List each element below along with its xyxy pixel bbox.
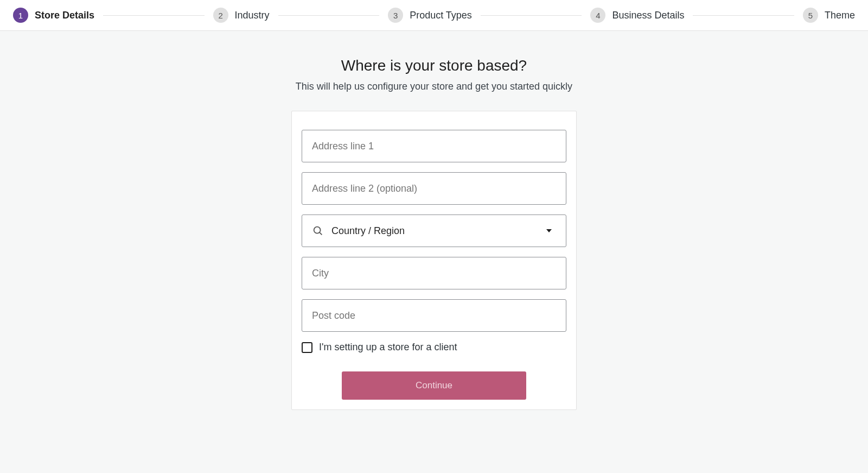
address2-field-wrapper — [302, 172, 566, 205]
step-industry[interactable]: 2 Industry — [213, 8, 270, 23]
step-theme[interactable]: 5 Theme — [803, 8, 855, 23]
stepper-connector — [103, 15, 205, 16]
country-field-wrapper: Country / Region — [302, 215, 566, 247]
country-select[interactable]: Country / Region — [302, 215, 566, 247]
stepper-connector — [693, 15, 794, 16]
search-icon — [312, 225, 324, 237]
client-checkbox-label[interactable]: I'm setting up a store for a client — [319, 342, 457, 353]
address2-input[interactable] — [302, 172, 566, 205]
page-title: Where is your store based? — [341, 57, 527, 74]
step-number: 3 — [388, 8, 403, 23]
address1-input[interactable] — [302, 130, 566, 162]
form-card: Country / Region I'm setting up a store … — [291, 111, 577, 410]
step-number: 2 — [213, 8, 228, 23]
step-label: Product Types — [410, 10, 472, 21]
step-label: Theme — [825, 10, 855, 21]
city-input[interactable] — [302, 257, 566, 289]
client-checkbox-row: I'm setting up a store for a client — [302, 342, 566, 353]
step-number: 5 — [803, 8, 818, 23]
chevron-down-icon — [546, 229, 552, 232]
address1-field-wrapper — [302, 130, 566, 162]
step-number: 1 — [13, 8, 28, 23]
svg-point-0 — [314, 227, 321, 234]
main-content: Where is your store based? This will hel… — [0, 31, 868, 410]
step-label: Industry — [235, 10, 270, 21]
stepper-connector — [481, 15, 582, 16]
country-placeholder: Country / Region — [331, 225, 539, 237]
page-subtitle: This will help us configure your store a… — [296, 81, 572, 92]
step-product-types[interactable]: 3 Product Types — [388, 8, 472, 23]
svg-line-1 — [320, 232, 322, 235]
step-label: Store Details — [35, 10, 94, 21]
step-label: Business Details — [612, 10, 684, 21]
continue-button[interactable]: Continue — [342, 371, 526, 400]
client-checkbox[interactable] — [302, 342, 312, 353]
postcode-input[interactable] — [302, 299, 566, 332]
step-business-details[interactable]: 4 Business Details — [590, 8, 684, 23]
stepper: 1 Store Details 2 Industry 3 Product Typ… — [0, 0, 868, 31]
step-store-details[interactable]: 1 Store Details — [13, 8, 94, 23]
stepper-connector — [278, 15, 380, 16]
postcode-field-wrapper — [302, 299, 566, 332]
step-number: 4 — [590, 8, 605, 23]
city-field-wrapper — [302, 257, 566, 289]
